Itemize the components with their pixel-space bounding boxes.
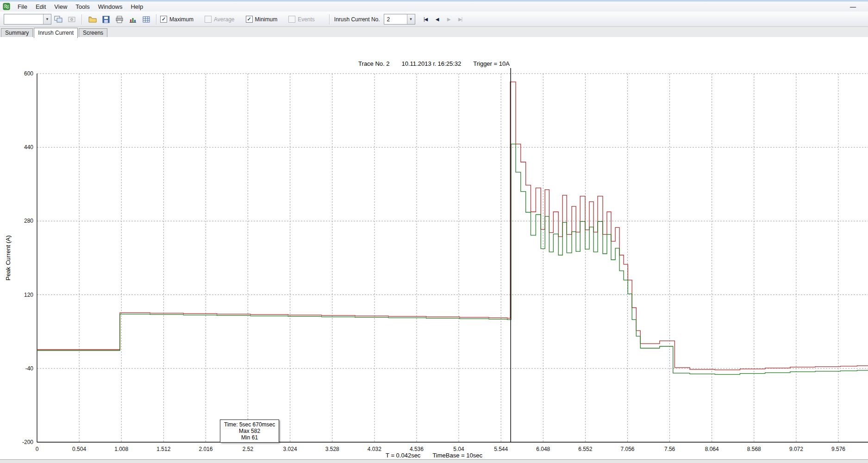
svg-text:8.064: 8.064 [705,446,719,452]
svg-text:280: 280 [24,218,33,224]
svg-text:1.008: 1.008 [114,446,128,452]
svg-text:-40: -40 [25,365,34,372]
svg-text:6.048: 6.048 [536,446,550,452]
svg-text:7.056: 7.056 [620,446,634,452]
svg-text:0.504: 0.504 [72,446,86,452]
svg-text:5.544: 5.544 [494,446,508,452]
svg-text:-200: -200 [22,439,33,445]
trigger-label: Trigger = 10A [473,60,510,67]
svg-text:3.024: 3.024 [283,446,297,452]
y-axis-title: Peak Current (A) [5,221,12,295]
sample-time-label: T = 0.042sec [386,452,420,459]
status-bar [0,459,868,463]
svg-text:2.016: 2.016 [199,446,212,452]
tooltip-time: Time: 5sec 670msec [224,421,275,428]
inrush-current-chart[interactable]: 00.5041.0081.5122.0162.523.0243.5284.032… [0,0,868,460]
trace-datetime-label: 10.11.2013 г. 16:25:32 [402,60,462,67]
tooltip-min: Min 61 [224,434,275,441]
svg-text:120: 120 [24,292,33,298]
svg-text:2.52: 2.52 [243,446,254,452]
svg-text:4.536: 4.536 [410,446,424,452]
svg-text:0: 0 [36,446,39,452]
svg-text:9.576: 9.576 [831,446,845,452]
cursor-tooltip: Time: 5sec 670msec Max 582 Min 61 [220,419,279,443]
svg-text:440: 440 [24,144,33,150]
tooltip-max: Max 582 [224,428,275,434]
svg-text:8.568: 8.568 [747,446,761,452]
trace-number-label: Trace No. 2 [358,60,389,67]
svg-text:5.04: 5.04 [453,446,464,452]
tab-inrush-current[interactable]: Inrush Current [34,28,78,38]
timebase-label: TimeBase = 10sec [432,452,482,459]
svg-text:3.528: 3.528 [325,446,339,452]
svg-text:4.032: 4.032 [368,446,381,452]
x-axis-footer: T = 0.042secTimeBase = 10sec [0,452,868,459]
svg-text:9.072: 9.072 [789,446,803,452]
svg-text:6.552: 6.552 [578,446,592,452]
chart-title: Trace No. 210.11.2013 г. 16:25:32Trigger… [0,60,868,67]
svg-text:7.56: 7.56 [664,446,675,452]
svg-text:1.512: 1.512 [156,446,170,452]
svg-text:600: 600 [24,70,33,77]
